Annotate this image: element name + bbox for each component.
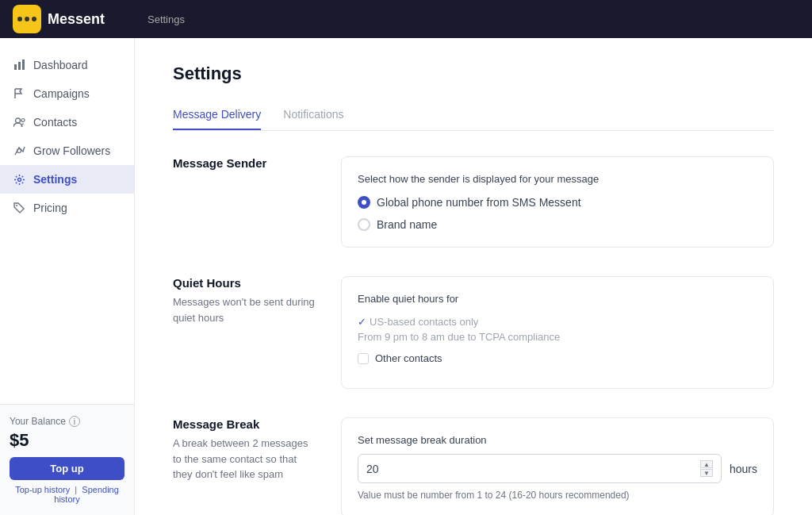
message-break-label-col: Message Break A break between 2 messages…: [173, 417, 316, 515]
svg-point-4: [21, 118, 25, 121]
message-break-input[interactable]: 20 ▲ ▼: [358, 454, 722, 483]
balance-title: Your Balance i: [10, 416, 124, 427]
radio-circle-global: [358, 196, 370, 209]
sidebar-item-contacts-label: Contacts: [33, 116, 77, 129]
sidebar-item-pricing[interactable]: Pricing: [0, 194, 134, 222]
radio-global-label: Global phone number from SMS Messent: [377, 196, 581, 209]
tab-message-delivery[interactable]: Message Delivery: [173, 100, 261, 130]
logo: Messent: [13, 5, 147, 33]
tab-bar: Message Delivery Notifications: [173, 100, 774, 131]
stepper-up-button[interactable]: ▲: [700, 460, 713, 468]
topbar: Messent Settings: [0, 0, 812, 38]
stepper-down-button[interactable]: ▼: [700, 469, 713, 477]
radio-brand-label: Brand name: [377, 218, 437, 231]
sidebar-item-dashboard[interactable]: Dashboard: [0, 51, 134, 79]
logo-dot-3: [32, 17, 36, 21]
quiet-hours-card: Enable quiet hours for ✓ US-based contac…: [341, 276, 774, 389]
balance-section: Your Balance i $5 Top up Top-up history …: [0, 404, 134, 515]
balance-links: Top-up history | Spending history: [10, 485, 124, 504]
quiet-us-row: ✓ US-based contacts only: [358, 316, 757, 328]
message-break-input-row: 20 ▲ ▼ hours: [358, 454, 757, 483]
sidebar-item-grow-followers[interactable]: Grow Followers: [0, 136, 134, 165]
sidebar-nav: Dashboard Campaigns: [0, 38, 134, 404]
sidebar-item-settings-label: Settings: [33, 173, 77, 186]
svg-rect-0: [14, 64, 17, 70]
svg-point-3: [15, 118, 20, 123]
tag-icon: [13, 202, 25, 214]
quiet-hours-label: Quiet Hours: [173, 276, 316, 290]
chart-icon: [13, 59, 25, 71]
other-contacts-label: Other contacts: [375, 352, 442, 364]
message-break-hint: Value must be number from 1 to 24 (16-20…: [358, 490, 757, 501]
quiet-us-desc: From 9 pm to 8 am due to TCPA compliance: [358, 331, 757, 343]
contacts-icon: [13, 116, 25, 129]
sidebar-item-campaigns-label: Campaigns: [33, 87, 90, 100]
page-title: Settings: [173, 63, 774, 84]
logo-text: Messent: [48, 11, 105, 28]
message-break-value: 20: [366, 463, 379, 475]
layout: Dashboard Campaigns: [0, 38, 812, 515]
message-break-section: Message Break A break between 2 messages…: [173, 417, 774, 515]
quiet-us-label: US-based contacts only: [370, 316, 478, 328]
logo-dot-2: [25, 17, 29, 21]
message-break-card-title: Set message break duration: [358, 434, 757, 446]
svg-point-6: [17, 178, 21, 181]
svg-rect-1: [18, 62, 21, 70]
sidebar-item-contacts[interactable]: Contacts: [0, 108, 134, 136]
gear-icon: [13, 173, 25, 186]
message-sender-label: Message Sender: [173, 156, 316, 170]
message-break-unit: hours: [730, 463, 757, 475]
sidebar: Dashboard Campaigns: [0, 38, 135, 515]
topup-history-link[interactable]: Top-up history: [15, 485, 70, 494]
quiet-hours-desc: Messages won't be sent during quiet hour…: [173, 294, 316, 325]
radio-brand-name[interactable]: Brand name: [358, 218, 757, 231]
message-break-stepper[interactable]: ▲ ▼: [700, 460, 713, 477]
info-icon: i: [69, 416, 80, 427]
tab-notifications[interactable]: Notifications: [283, 100, 343, 130]
sidebar-item-grow-followers-label: Grow Followers: [33, 144, 110, 157]
message-sender-label-col: Message Sender: [173, 156, 316, 248]
radio-circle-brand: [358, 218, 370, 231]
message-sender-section: Message Sender Select how the sender is …: [173, 156, 774, 248]
topup-button[interactable]: Top up: [10, 457, 124, 480]
sidebar-item-dashboard-label: Dashboard: [33, 59, 88, 71]
quiet-hours-label-col: Quiet Hours Messages won't be sent durin…: [173, 276, 316, 389]
logo-dot-1: [17, 17, 22, 21]
message-break-label: Message Break: [173, 417, 316, 431]
message-sender-card: Select how the sender is displayed for y…: [341, 156, 774, 248]
grow-icon: [13, 144, 25, 157]
main-content: Settings Message Delivery Notifications …: [135, 38, 812, 515]
sidebar-item-settings[interactable]: Settings: [0, 165, 134, 194]
svg-point-7: [16, 205, 17, 206]
logo-icon: [13, 5, 41, 33]
message-sender-subtitle: Select how the sender is displayed for y…: [358, 173, 757, 185]
message-break-card: Set message break duration 20 ▲ ▼ hours …: [341, 417, 774, 515]
breadcrumb: Settings: [147, 13, 185, 25]
svg-rect-2: [22, 60, 25, 70]
quiet-hours-card-title: Enable quiet hours for: [358, 293, 757, 305]
check-mark-icon: ✓: [358, 316, 366, 328]
quiet-hours-section: Quiet Hours Messages won't be sent durin…: [173, 276, 774, 389]
other-contacts-option[interactable]: Other contacts: [358, 352, 757, 364]
flag-icon: [13, 87, 25, 100]
main-inner: Settings Message Delivery Notifications …: [135, 38, 812, 515]
sidebar-item-campaigns[interactable]: Campaigns: [0, 79, 134, 108]
balance-amount: $5: [10, 430, 124, 451]
radio-global-phone[interactable]: Global phone number from SMS Messent: [358, 196, 757, 209]
sidebar-item-pricing-label: Pricing: [33, 202, 67, 214]
other-contacts-checkbox[interactable]: [358, 353, 369, 364]
message-break-desc: A break between 2 messages to the same c…: [173, 436, 316, 482]
